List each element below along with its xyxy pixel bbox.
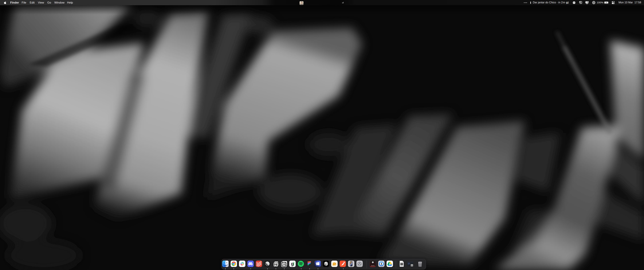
svg-text:10: 10 <box>282 263 285 266</box>
svg-text:raycast: raycast <box>371 265 374 266</box>
svg-text:11: 11 <box>412 265 412 266</box>
svg-text:g: g <box>291 261 294 266</box>
